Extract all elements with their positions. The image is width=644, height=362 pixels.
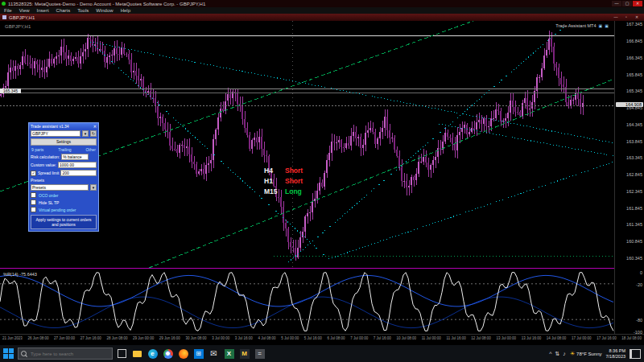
trade-assistant-label: Trade Assistant MT4 <box>555 23 596 28</box>
hidden-icons-chevron[interactable]: ^ <box>549 351 551 357</box>
time-axis-label: 14 Jul 08:00 <box>547 336 567 345</box>
presets-select[interactable]: Presets <box>31 184 89 191</box>
time-axis-label: 17 Jul 16:00 <box>597 336 617 345</box>
panel-title: Trade assistant v1.34 <box>31 124 69 129</box>
menu-file[interactable]: File <box>4 8 12 13</box>
menu-tools[interactable]: Tools <box>77 8 89 13</box>
taskbar-icon-task-view[interactable] <box>116 348 128 360</box>
tab-trailing[interactable]: Trailing <box>58 147 71 152</box>
file-explorer-icon <box>133 351 142 357</box>
indicator-scale-label: 0 <box>640 270 642 275</box>
close-button[interactable]: ✕ <box>633 1 642 6</box>
taskbar-clock[interactable]: 8:36 PM 7/18/2023 <box>606 348 625 359</box>
williams-r-chart <box>0 270 614 334</box>
minimize-button[interactable]: — <box>612 1 621 6</box>
menu-view[interactable]: View <box>19 8 30 13</box>
time-axis-label: 26 Jun 08:00 <box>27 336 48 345</box>
price-axis-label: 167.345 <box>626 22 642 27</box>
taskbar-icon-edge[interactable]: e <box>147 348 159 360</box>
hide-sltp-label: Hide SL TP <box>39 200 59 205</box>
symbol-dropdown-icon[interactable]: ▾ <box>82 130 89 137</box>
time-axis-label: 5 Jul 16:00 <box>304 336 322 345</box>
spread-limit-checkbox[interactable]: ✓ <box>31 171 36 176</box>
price-axis-label: 160.345 <box>626 256 642 261</box>
price-axis-label: 166.845 <box>626 39 642 43</box>
taskbar-icon-chrome[interactable] <box>162 348 174 360</box>
indicator-pane[interactable] <box>0 270 614 334</box>
price-axis-label: 164.845 <box>626 105 642 110</box>
risk-select[interactable]: % balance <box>61 154 89 160</box>
taskbar-icon-mail[interactable]: ✉ <box>208 348 220 360</box>
chart-close-button[interactable]: ✕ <box>632 14 642 20</box>
time-axis-label: 10 Jul 08:00 <box>397 336 417 345</box>
excel-icon: X <box>225 349 234 359</box>
time-axis-label: 29 Jun 16:00 <box>159 336 180 345</box>
panel-refresh-icon[interactable]: ↻ <box>90 130 97 137</box>
start-button[interactable] <box>2 348 14 360</box>
taskbar-icon-calculator[interactable]: = <box>254 348 266 360</box>
network-icon[interactable]: ⇅ <box>555 351 559 357</box>
taskbar-icon-file-explorer[interactable] <box>131 348 143 360</box>
chart-title: GBPJPY,H1 <box>9 15 35 20</box>
spread-limit-label: Spread limit <box>38 171 59 175</box>
assistant-collapse-icon[interactable]: ▣ <box>605 23 609 28</box>
time-axis-label: 21 Jun 2023 <box>2 336 23 345</box>
oco-order-label: OCO order <box>39 193 58 198</box>
panel-close-icon[interactable]: ✕ <box>93 124 97 129</box>
weather-widget[interactable]: ☀ 78°F Sunny <box>570 351 602 357</box>
presets-label: Presets <box>31 178 44 183</box>
maximize-button[interactable]: ▢ <box>622 1 632 6</box>
signal-tf: M15 <box>264 187 285 197</box>
panel-titlebar[interactable]: Trade assistant v1.34 ✕ <box>29 123 98 130</box>
signal-panel: H4 Short H1 Short M15 Long <box>264 166 303 197</box>
price-axis[interactable]: 164.908 167.345166.845166.345165.845165.… <box>614 21 644 334</box>
store-icon: ⊞ <box>194 349 204 359</box>
assistant-settings-icon[interactable]: ▣ <box>599 23 603 28</box>
clock-date: 7/18/2023 <box>606 354 625 360</box>
custom-value-input[interactable]: 1000.00 <box>58 162 97 168</box>
notification-center-icon[interactable] <box>630 349 641 359</box>
time-axis-label: 3 Jul 16:00 <box>235 336 253 345</box>
time-axis-label: 4 Jul 08:00 <box>258 336 275 345</box>
symbol-select[interactable]: GBPJPY <box>31 130 80 137</box>
price-axis-label: 163.845 <box>626 139 642 144</box>
time-axis-label: 11 Jul 16:00 <box>447 336 466 345</box>
time-axis-label: 11 Jul 00:00 <box>422 336 441 345</box>
mail-icon: ✉ <box>210 349 217 358</box>
signal-row-m15: M15 Long <box>264 187 303 197</box>
menu-window[interactable]: Window <box>96 8 113 13</box>
menu-insert[interactable]: Insert <box>37 8 49 13</box>
taskbar-icon-store[interactable]: ⊞ <box>192 348 204 360</box>
taskbar-search[interactable] <box>18 348 113 360</box>
metatrader-window: 113528325: MetaQuotes-Demo - Demo Accoun… <box>0 0 644 362</box>
time-axis-label: 27 Jun 00:00 <box>54 336 75 345</box>
time-axis[interactable]: 21 Jun 202326 Jun 08:0027 Jun 00:0027 Ju… <box>0 334 644 345</box>
menu-help[interactable]: Help <box>121 8 130 13</box>
volume-icon[interactable]: ♪ <box>563 351 566 357</box>
spread-limit-input[interactable]: 200 <box>60 170 97 176</box>
price-axis-label: 162.345 <box>626 189 642 194</box>
hide-sltp-checkbox[interactable] <box>31 200 36 205</box>
search-input[interactable] <box>29 351 109 357</box>
tab-other[interactable]: Other <box>85 147 96 152</box>
metatrader-icon: M <box>240 349 250 359</box>
tab-parts[interactable]: 9 parts <box>31 147 43 152</box>
price-axis-label: 162.845 <box>626 172 642 177</box>
edge-icon: e <box>148 349 158 359</box>
settings-button[interactable]: Settings <box>31 138 97 146</box>
taskbar-icon-metatrader[interactable]: M <box>238 348 250 360</box>
taskbar-icon-firefox[interactable] <box>177 348 189 360</box>
oco-order-checkbox[interactable] <box>31 192 36 198</box>
chrome-icon <box>163 349 173 359</box>
apply-settings-button[interactable]: Apply settings to current orders and pos… <box>31 215 97 229</box>
app-icon <box>2 2 6 6</box>
time-axis-label: 29 Jun 00:00 <box>133 336 154 345</box>
menu-charts[interactable]: Charts <box>56 8 71 13</box>
chart-minimize-button[interactable]: — <box>611 14 621 20</box>
presets-dropdown-icon[interactable]: ▾ <box>90 184 97 191</box>
taskbar-icon-excel[interactable]: X <box>223 348 235 360</box>
chart-restore-button[interactable]: ▫ <box>621 14 631 20</box>
signal-direction: Short <box>285 176 303 187</box>
virtual-pending-checkbox[interactable] <box>31 207 36 212</box>
left-price-tag: 165.345 <box>0 88 21 93</box>
